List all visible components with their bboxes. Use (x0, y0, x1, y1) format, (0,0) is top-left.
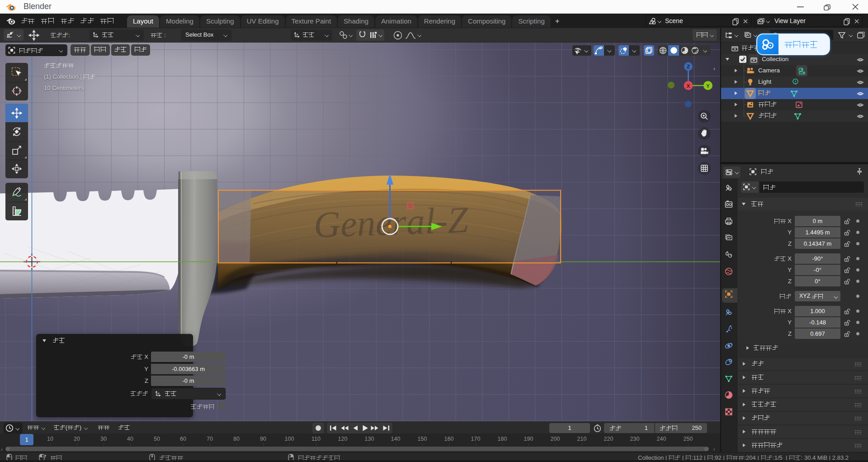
svg-text:X: X (687, 83, 690, 89)
svg-text:Y: Y (706, 83, 710, 89)
svg-text:Z: Z (687, 64, 690, 69)
